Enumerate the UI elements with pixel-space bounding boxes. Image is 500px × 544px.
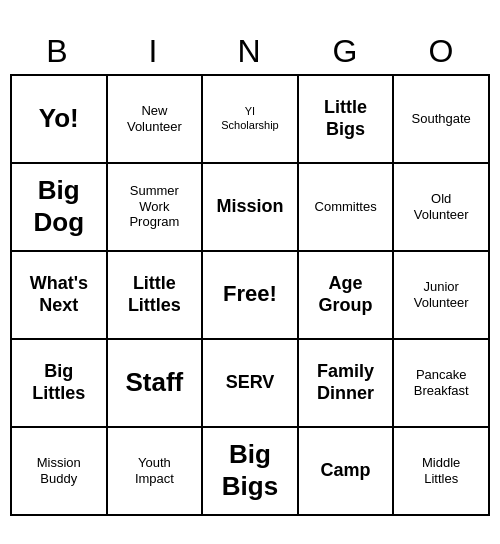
bingo-cell-24: MiddleLittles xyxy=(394,428,490,516)
bingo-cell-17: SERV xyxy=(203,340,299,428)
bingo-cell-15: BigLittles xyxy=(12,340,108,428)
bingo-grid: Yo!NewVolunteerYIScholarshipLittleBigsSo… xyxy=(10,74,490,516)
bingo-cell-0: Yo! xyxy=(12,76,108,164)
bingo-cell-11: LittleLittles xyxy=(108,252,204,340)
bingo-card: B I N G O Yo!NewVolunteerYIScholarshipLi… xyxy=(10,29,490,516)
bingo-cell-22: BigBigs xyxy=(203,428,299,516)
header-b: B xyxy=(10,29,106,74)
bingo-cell-21: YouthImpact xyxy=(108,428,204,516)
bingo-cell-23: Camp xyxy=(299,428,395,516)
bingo-cell-12: Free! xyxy=(203,252,299,340)
bingo-cell-7: Mission xyxy=(203,164,299,252)
bingo-cell-8: Committes xyxy=(299,164,395,252)
bingo-cell-20: MissionBuddy xyxy=(12,428,108,516)
bingo-cell-10: What'sNext xyxy=(12,252,108,340)
bingo-cell-16: Staff xyxy=(108,340,204,428)
header-i: I xyxy=(106,29,202,74)
header-o: O xyxy=(394,29,490,74)
bingo-cell-13: AgeGroup xyxy=(299,252,395,340)
bingo-header: B I N G O xyxy=(10,29,490,74)
bingo-cell-2: YIScholarship xyxy=(203,76,299,164)
bingo-cell-14: JuniorVolunteer xyxy=(394,252,490,340)
bingo-cell-19: PancakeBreakfast xyxy=(394,340,490,428)
header-n: N xyxy=(202,29,298,74)
header-g: G xyxy=(298,29,394,74)
bingo-cell-9: OldVolunteer xyxy=(394,164,490,252)
bingo-cell-3: LittleBigs xyxy=(299,76,395,164)
bingo-cell-1: NewVolunteer xyxy=(108,76,204,164)
bingo-cell-18: FamilyDinner xyxy=(299,340,395,428)
bingo-cell-4: Southgate xyxy=(394,76,490,164)
bingo-cell-5: BigDog xyxy=(12,164,108,252)
bingo-cell-6: SummerWorkProgram xyxy=(108,164,204,252)
